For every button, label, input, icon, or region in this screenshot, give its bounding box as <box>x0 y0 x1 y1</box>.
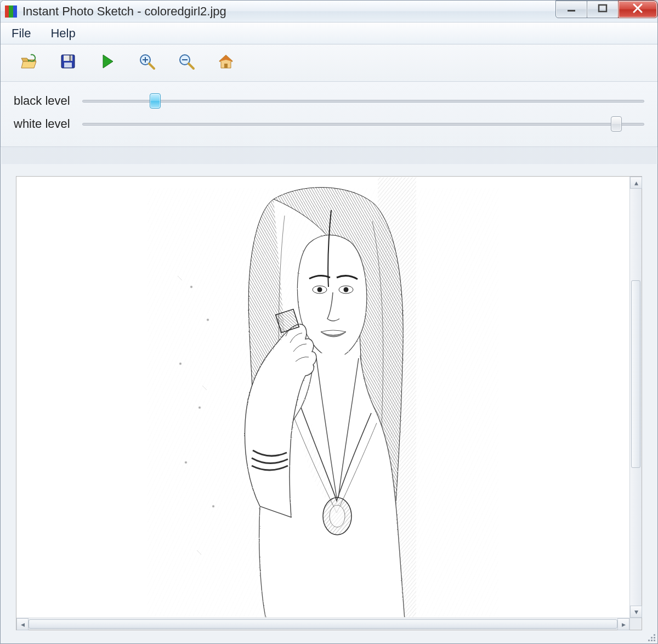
maximize-icon <box>597 3 608 16</box>
zoom-out-icon <box>178 53 195 73</box>
svg-rect-0 <box>568 10 575 12</box>
zoom-in-button[interactable] <box>135 52 158 75</box>
app-window: Instant Photo Sketch - coloredgirl2.jpg … <box>0 0 658 644</box>
maximize-button[interactable] <box>587 1 619 18</box>
minimize-icon <box>566 3 577 16</box>
menubar: File Help <box>1 22 657 44</box>
zoom-out-button[interactable] <box>175 52 198 75</box>
svg-line-9 <box>189 64 194 69</box>
home-button[interactable] <box>214 52 237 75</box>
vscroll-thumb[interactable] <box>631 280 640 468</box>
play-icon <box>99 53 116 73</box>
home-icon <box>217 53 235 73</box>
canvas-frame: ▴ ▾ ◂ ▸ <box>16 176 642 630</box>
svg-point-27 <box>185 461 187 464</box>
scroll-corner <box>629 618 642 630</box>
zoom-in-icon <box>138 53 156 73</box>
open-button[interactable] <box>17 52 40 75</box>
chevron-left-icon: ◂ <box>21 620 25 629</box>
toolbar <box>1 44 657 82</box>
chevron-up-icon: ▴ <box>634 178 638 187</box>
minimize-button[interactable] <box>555 1 587 18</box>
app-icon <box>5 5 17 18</box>
svg-point-28 <box>212 505 214 507</box>
chevron-right-icon: ▸ <box>622 620 626 629</box>
open-icon <box>20 53 37 73</box>
image-viewport[interactable] <box>17 177 629 617</box>
scroll-up-button[interactable]: ▴ <box>630 177 642 189</box>
white-level-slider[interactable] <box>82 116 644 132</box>
svg-rect-1 <box>599 5 606 12</box>
black-level-thumb[interactable] <box>150 93 161 109</box>
run-button[interactable] <box>96 52 119 75</box>
white-level-row: white level <box>14 112 644 135</box>
menu-help[interactable]: Help <box>43 24 83 43</box>
close-button[interactable] <box>618 1 657 18</box>
svg-point-23 <box>190 286 192 288</box>
svg-line-7 <box>149 64 154 69</box>
slider-track <box>82 100 644 103</box>
svg-point-17 <box>317 287 322 292</box>
close-icon <box>632 2 644 16</box>
sketch-image <box>148 177 498 617</box>
hscroll-track[interactable] <box>29 618 617 630</box>
slider-track <box>82 123 644 126</box>
vscroll-track[interactable] <box>630 189 642 606</box>
black-level-row: black level <box>14 89 644 112</box>
window-title: Instant Photo Sketch - coloredgirl2.jpg <box>22 4 226 19</box>
menu-file[interactable]: File <box>4 24 38 43</box>
black-level-label: black level <box>14 94 82 108</box>
scroll-down-button[interactable]: ▾ <box>630 606 642 618</box>
save-button[interactable] <box>56 52 80 75</box>
window-controls <box>556 1 657 18</box>
svg-point-25 <box>179 363 181 365</box>
hscroll-thumb[interactable] <box>29 619 617 629</box>
slider-panel: black level white level <box>1 82 657 147</box>
svg-point-19 <box>344 287 349 292</box>
vertical-scrollbar[interactable]: ▴ ▾ <box>629 177 642 618</box>
svg-point-21 <box>330 505 345 527</box>
svg-point-26 <box>198 406 201 409</box>
resize-grip[interactable] <box>645 631 655 641</box>
svg-rect-4 <box>69 55 71 61</box>
save-icon <box>59 53 77 73</box>
white-level-label: white level <box>14 117 82 131</box>
titlebar: Instant Photo Sketch - coloredgirl2.jpg <box>1 1 657 22</box>
scroll-left-button[interactable]: ◂ <box>16 618 29 630</box>
white-level-thumb[interactable] <box>611 116 622 132</box>
black-level-slider[interactable] <box>82 93 644 109</box>
svg-point-24 <box>207 319 209 321</box>
svg-rect-10 <box>224 64 228 68</box>
client-area: ▴ ▾ ◂ ▸ <box>1 164 657 643</box>
horizontal-scrollbar[interactable]: ◂ ▸ <box>16 618 629 630</box>
chevron-down-icon: ▾ <box>634 607 638 616</box>
scroll-right-button[interactable]: ▸ <box>617 618 629 630</box>
svg-rect-5 <box>64 63 72 67</box>
